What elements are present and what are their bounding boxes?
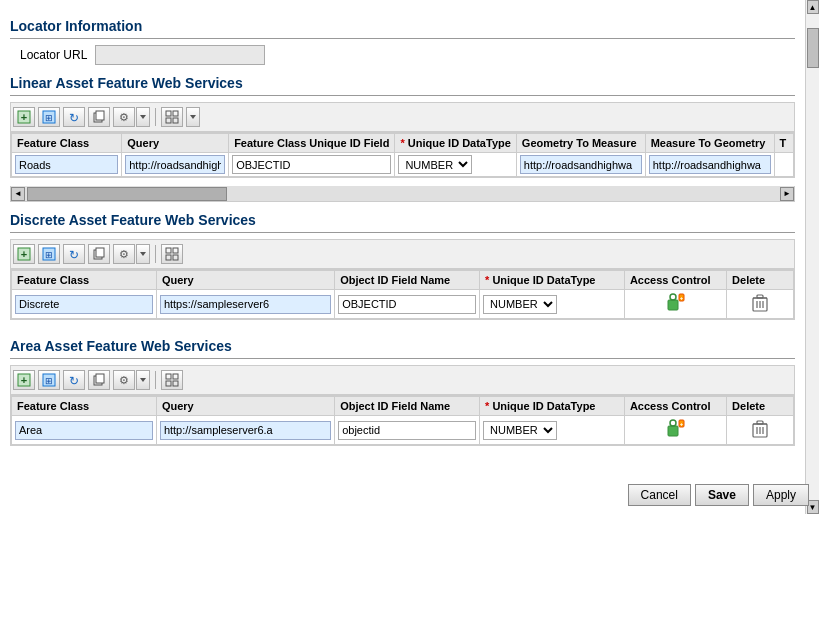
linear-grid-table: Feature Class Query Feature Class Unique… <box>11 133 794 177</box>
svg-rect-26 <box>173 255 178 260</box>
area-grid-table: Feature Class Query Object ID Field Name… <box>11 396 794 445</box>
discrete-gear-dropdown-btn[interactable] <box>136 244 150 264</box>
area-divider <box>10 358 795 359</box>
area-delete-icon-0[interactable] <box>752 420 768 441</box>
discrete-input-feature-class-0[interactable] <box>15 295 153 314</box>
discrete-cell-object-id-field-0 <box>335 290 480 319</box>
discrete-toolbar: + ⊞ ↻ ⚙ <box>10 239 795 269</box>
svg-text:+: + <box>679 421 683 427</box>
discrete-select-btn[interactable]: ⊞ <box>38 244 60 264</box>
area-add-btn[interactable]: + <box>13 370 35 390</box>
linear-star-1: * <box>400 137 404 149</box>
svg-text:+: + <box>21 248 27 260</box>
discrete-access-control-icon-0[interactable]: + <box>666 292 686 316</box>
linear-row-0: NUMBER STRING GUID <box>12 153 794 177</box>
area-select-btn[interactable]: ⊞ <box>38 370 60 390</box>
locator-divider <box>10 38 795 39</box>
svg-rect-27 <box>668 300 678 310</box>
discrete-col-unique-id-datatype: * Unique ID DataType <box>480 271 625 290</box>
area-refresh-btn[interactable]: ↻ <box>63 370 85 390</box>
area-input-feature-class-0[interactable] <box>15 421 153 440</box>
linear-gear-btn[interactable]: ⚙ <box>113 107 135 127</box>
svg-rect-33 <box>757 295 763 298</box>
linear-scroll-left[interactable]: ◄ <box>11 187 25 201</box>
linear-grid-btn[interactable] <box>161 107 183 127</box>
svg-rect-20 <box>96 248 104 257</box>
area-grid-btn[interactable] <box>161 370 183 390</box>
discrete-grid-btn[interactable] <box>161 244 183 264</box>
discrete-section-title: Discrete Asset Feature Web Services <box>10 212 795 228</box>
right-scrollbar[interactable]: ▲ ▼ <box>805 0 819 514</box>
apply-button[interactable]: Apply <box>753 484 809 506</box>
linear-toolbar-separator <box>155 108 156 126</box>
discrete-row-0: NUMBER STRING GUID <box>12 290 794 319</box>
locator-url-label: Locator URL <box>20 48 87 62</box>
svg-text:↻: ↻ <box>69 248 79 261</box>
area-input-object-id-field-0[interactable] <box>338 421 476 440</box>
area-toolbar-separator <box>155 371 156 389</box>
discrete-cell-delete-0 <box>727 290 794 319</box>
scroll-thumb[interactable] <box>807 28 819 68</box>
linear-select-btn[interactable]: ⊞ <box>38 107 60 127</box>
area-gear-btn[interactable]: ⚙ <box>113 370 135 390</box>
linear-grid-dropdown-btn[interactable] <box>186 107 200 127</box>
linear-cell-t-0 <box>774 153 793 177</box>
cancel-button[interactable]: Cancel <box>628 484 691 506</box>
locator-url-input[interactable] <box>95 45 265 65</box>
discrete-input-query-0[interactable] <box>160 295 331 314</box>
linear-refresh-btn[interactable]: ↻ <box>63 107 85 127</box>
linear-scrollbar[interactable]: ◄ ► <box>10 186 795 202</box>
svg-rect-11 <box>166 118 171 123</box>
discrete-cell-feature-class-0 <box>12 290 157 319</box>
discrete-cell-query-0 <box>156 290 334 319</box>
linear-add-btn[interactable]: + <box>13 107 35 127</box>
discrete-add-btn[interactable]: + <box>13 244 35 264</box>
svg-rect-10 <box>173 111 178 116</box>
discrete-input-object-id-field-0[interactable] <box>338 295 476 314</box>
linear-col-unique-id-datatype: * Unique ID DataType <box>395 134 516 153</box>
area-gear-dropdown-btn[interactable] <box>136 370 150 390</box>
linear-input-query-0[interactable] <box>125 155 225 174</box>
linear-cell-measure-to-geometry-0 <box>645 153 774 177</box>
svg-text:⚙: ⚙ <box>119 248 129 260</box>
area-copy-btn[interactable] <box>88 370 110 390</box>
area-cell-access-control-0: + <box>624 416 726 445</box>
discrete-gear-group: ⚙ <box>113 244 150 264</box>
linear-gear-dropdown-btn[interactable] <box>136 107 150 127</box>
discrete-copy-btn[interactable] <box>88 244 110 264</box>
linear-input-unique-id-field-0[interactable] <box>232 155 391 174</box>
discrete-col-feature-class: Feature Class <box>12 271 157 290</box>
linear-col-query: Query <box>122 134 229 153</box>
linear-scroll-thumb[interactable] <box>27 187 227 201</box>
linear-select-unique-id-datatype-0[interactable]: NUMBER STRING GUID <box>398 155 472 174</box>
scroll-up-arrow[interactable]: ▲ <box>807 0 819 14</box>
linear-cell-feature-class-0 <box>12 153 122 177</box>
area-select-unique-id-datatype-0[interactable]: NUMBER STRING GUID <box>483 421 557 440</box>
svg-rect-48 <box>166 381 171 386</box>
linear-scroll-right[interactable]: ► <box>780 187 794 201</box>
area-col-unique-id-datatype: * Unique ID DataType <box>480 397 625 416</box>
area-access-control-icon-0[interactable]: + <box>666 418 686 442</box>
linear-col-measure-to-geometry: Measure To Geometry <box>645 134 774 153</box>
discrete-refresh-btn[interactable]: ↻ <box>63 244 85 264</box>
discrete-select-unique-id-datatype-0[interactable]: NUMBER STRING GUID <box>483 295 557 314</box>
discrete-delete-icon-0[interactable] <box>752 294 768 315</box>
discrete-cell-access-control-0: + <box>624 290 726 319</box>
linear-col-geometry-to-measure: Geometry To Measure <box>516 134 645 153</box>
svg-rect-25 <box>166 255 171 260</box>
discrete-gear-btn[interactable]: ⚙ <box>113 244 135 264</box>
linear-input-measure-to-geometry-0[interactable] <box>649 155 771 174</box>
area-cell-object-id-field-0 <box>335 416 480 445</box>
area-row-0: NUMBER STRING GUID <box>12 416 794 445</box>
linear-input-feature-class-0[interactable] <box>15 155 118 174</box>
linear-col-t: T <box>774 134 793 153</box>
linear-copy-btn[interactable] <box>88 107 110 127</box>
area-input-query-0[interactable] <box>160 421 331 440</box>
svg-text:↻: ↻ <box>69 111 79 124</box>
area-col-delete: Delete <box>727 397 794 416</box>
linear-section-title: Linear Asset Feature Web Services <box>10 75 795 91</box>
svg-text:⊞: ⊞ <box>45 376 53 386</box>
svg-rect-43 <box>96 374 104 383</box>
save-button[interactable]: Save <box>695 484 749 506</box>
linear-input-geometry-to-measure-0[interactable] <box>520 155 642 174</box>
